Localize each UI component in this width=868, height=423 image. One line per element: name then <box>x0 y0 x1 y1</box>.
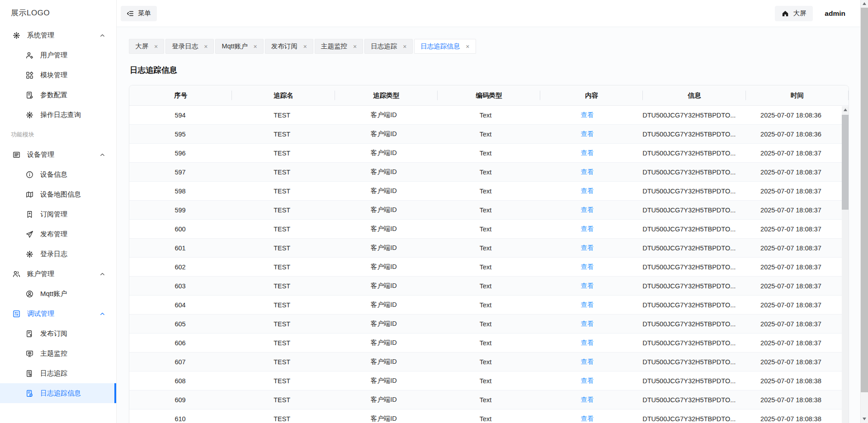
close-icon[interactable]: × <box>254 43 257 50</box>
cell-trace-name: TEST <box>231 415 333 423</box>
close-icon[interactable]: × <box>353 43 357 50</box>
tab-label: Mqtt账户 <box>222 42 247 51</box>
view-link[interactable]: 查看 <box>581 244 594 251</box>
view-link[interactable]: 查看 <box>581 263 594 270</box>
table-row: 605TEST客户端IDText查看DTU500JCG7Y32H5TBPDTO.… <box>129 315 842 334</box>
view-link[interactable]: 查看 <box>581 396 594 403</box>
column-header: 时间 <box>746 91 849 100</box>
cell-trace-type: 客户端ID <box>333 244 434 252</box>
view-link[interactable]: 查看 <box>581 111 594 118</box>
sidebar-item-label: 登录日志 <box>40 250 105 258</box>
cell-index: 606 <box>129 339 231 347</box>
table-scrollbar-thumb[interactable] <box>842 115 849 210</box>
sidebar-item-label: 设备信息 <box>40 170 105 179</box>
close-icon[interactable]: × <box>303 43 307 50</box>
info-circle-icon <box>26 171 33 179</box>
sidebar-item[interactable]: 系统管理 <box>0 25 116 45</box>
sidebar-item[interactable]: 调试管理 <box>0 304 116 324</box>
page-scrollbar[interactable] <box>860 0 868 423</box>
home-screen-button[interactable]: 大屏 <box>775 6 813 21</box>
cell-content: 查看 <box>537 320 638 328</box>
cell-encoding: Text <box>434 169 536 176</box>
cell-content: 查看 <box>537 149 638 157</box>
tab[interactable]: 登录日志× <box>165 39 214 54</box>
cell-index: 599 <box>129 207 231 214</box>
tab[interactable]: 主题监控× <box>315 39 363 54</box>
tab[interactable]: 发布订阅× <box>265 39 313 54</box>
sidebar-item[interactable]: 账户管理 <box>0 264 116 284</box>
scroll-up-arrow-icon[interactable] <box>844 108 847 111</box>
cell-encoding: Text <box>434 112 536 119</box>
cell-content: 查看 <box>537 111 638 119</box>
sidebar-item[interactable]: 日志追踪 <box>0 363 116 383</box>
view-link[interactable]: 查看 <box>581 225 594 232</box>
sidebar-item[interactable]: 订阅管理 <box>0 204 116 224</box>
table-row: 601TEST客户端IDText查看DTU500JCG7Y32H5TBPDTO.… <box>129 239 842 258</box>
cell-trace-type: 客户端ID <box>333 130 434 138</box>
menu-fold-icon <box>127 10 134 17</box>
sidebar-item[interactable]: 模块管理 <box>0 65 116 85</box>
close-icon[interactable]: × <box>204 43 208 50</box>
page-scrollbar-thumb[interactable] <box>861 8 868 392</box>
cell-index: 602 <box>129 263 231 271</box>
sidebar-item[interactable]: 设备管理 <box>0 145 116 164</box>
table-row: 599TEST客户端IDText查看DTU500JCG7Y32H5TBPDTO.… <box>129 201 842 220</box>
menu-toggle-label: 菜单 <box>138 9 151 18</box>
sidebar-item[interactable]: 参数配置 <box>0 85 116 105</box>
view-link[interactable]: 查看 <box>581 282 594 289</box>
cell-index: 600 <box>129 226 231 233</box>
view-link[interactable]: 查看 <box>581 320 594 327</box>
sidebar-item[interactable]: 设备地图信息 <box>0 184 116 204</box>
view-link[interactable]: 查看 <box>581 206 594 213</box>
cell-info: DTU500JCG7Y32H5TBPDTO... <box>638 377 740 385</box>
cell-index: 601 <box>129 244 231 252</box>
close-icon[interactable]: × <box>154 43 158 50</box>
sidebar-item[interactable]: 日志追踪信息 <box>0 383 116 403</box>
close-icon[interactable]: × <box>403 43 406 50</box>
tab[interactable]: 日志追踪信息× <box>414 39 476 54</box>
cell-trace-type: 客户端ID <box>333 357 434 366</box>
view-link[interactable]: 查看 <box>581 339 594 346</box>
username[interactable]: admin <box>825 9 845 18</box>
sidebar-item[interactable]: 用户管理 <box>0 45 116 65</box>
tab[interactable]: 大屏× <box>129 39 164 54</box>
view-link[interactable]: 查看 <box>581 149 594 156</box>
cell-trace-name: TEST <box>231 188 333 195</box>
close-icon[interactable]: × <box>466 43 469 50</box>
view-link[interactable]: 查看 <box>581 168 594 175</box>
cell-content: 查看 <box>537 206 638 214</box>
cell-content: 查看 <box>537 130 638 138</box>
page-scroll-up-arrow-icon[interactable] <box>863 2 866 5</box>
sidebar-item[interactable]: 设备信息 <box>0 164 116 184</box>
view-link[interactable]: 查看 <box>581 301 594 308</box>
cell-encoding: Text <box>434 226 536 233</box>
sidebar-item[interactable]: 登录日志 <box>0 244 116 264</box>
sidebar-item[interactable]: 发布管理 <box>0 224 116 244</box>
table-row: 609TEST客户端IDText查看DTU500JCG7Y32H5TBPDTO.… <box>129 390 842 409</box>
cell-trace-name: TEST <box>231 207 333 214</box>
gear-icon <box>26 250 33 258</box>
tab-label: 大屏 <box>135 42 148 51</box>
tab[interactable]: Mqtt账户× <box>215 39 263 54</box>
cell-time: 2025-07-07 18:08:37 <box>740 263 842 271</box>
cell-trace-name: TEST <box>231 301 333 309</box>
view-link[interactable]: 查看 <box>581 130 594 137</box>
view-link[interactable]: 查看 <box>581 358 594 365</box>
page-scroll-down-arrow-icon[interactable] <box>863 418 866 420</box>
cell-index: 607 <box>129 358 231 366</box>
menu-toggle-button[interactable]: 菜单 <box>121 6 157 21</box>
sidebar-item-label: 设备地图信息 <box>40 190 105 199</box>
view-link[interactable]: 查看 <box>581 187 594 194</box>
table-row: 603TEST客户端IDText查看DTU500JCG7Y32H5TBPDTO.… <box>129 277 842 296</box>
view-link[interactable]: 查看 <box>581 377 594 384</box>
sidebar-item[interactable]: 操作日志查询 <box>0 105 116 125</box>
view-link[interactable]: 查看 <box>581 415 594 422</box>
sidebar-item[interactable]: Mqtt账户 <box>0 284 116 304</box>
sidebar-item[interactable]: 主题监控 <box>0 343 116 363</box>
table-row: 602TEST客户端IDText查看DTU500JCG7Y32H5TBPDTO.… <box>129 258 842 277</box>
cell-content: 查看 <box>537 395 638 404</box>
tab[interactable]: 日志追踪× <box>364 39 413 54</box>
table-scrollbar[interactable] <box>842 106 849 423</box>
cell-info: DTU500JCG7Y32H5TBPDTO... <box>638 131 740 138</box>
sidebar-item[interactable]: 发布订阅 <box>0 324 116 343</box>
